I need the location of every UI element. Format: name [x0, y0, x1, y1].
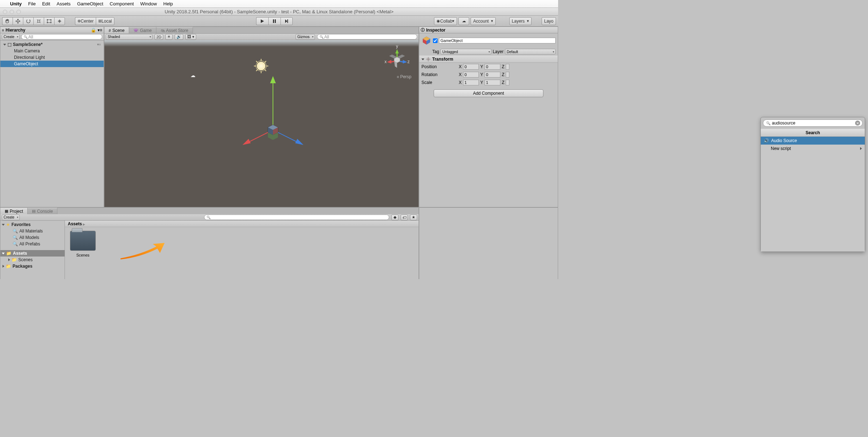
- step-button[interactable]: [280, 17, 293, 25]
- add-component-button[interactable]: Add Component: [434, 89, 543, 97]
- layer-label: Layer: [493, 49, 504, 54]
- account-dropdown[interactable]: Account ▾: [471, 17, 495, 25]
- svg-marker-23: [395, 49, 399, 53]
- pause-button[interactable]: [268, 17, 280, 25]
- fav-all-models[interactable]: 🔍 All Models: [0, 234, 65, 241]
- shading-mode-dropdown[interactable]: Shaded: [106, 34, 152, 40]
- position-y[interactable]: [485, 64, 500, 70]
- audio-toggle[interactable]: 🔊: [175, 34, 183, 40]
- camera-gizmo-icon: ☁: [190, 72, 195, 78]
- scale-x[interactable]: [463, 80, 479, 85]
- transform-icon: [426, 57, 431, 62]
- collab-dropdown[interactable]: ◉ Collab ▾: [434, 17, 457, 25]
- pivot-toggle[interactable]: ⊕ Center: [75, 17, 96, 25]
- folder-scenes[interactable]: Scenes: [69, 231, 97, 257]
- fav-all-prefabs[interactable]: 🔍 All Prefabs: [0, 241, 65, 247]
- main-toolbar: ⊕ Center ⊞ Local ◉ Collab ▾ ☁ Account ▾ …: [0, 16, 558, 27]
- rotation-x[interactable]: [463, 72, 479, 77]
- gizmos-dropdown[interactable]: Gizmos: [296, 34, 315, 40]
- cloud-button[interactable]: ☁: [458, 17, 469, 25]
- rotation-y[interactable]: [485, 72, 500, 77]
- gameobject-active-checkbox[interactable]: [433, 38, 438, 43]
- tag-dropdown[interactable]: Untagged: [440, 49, 491, 55]
- layer-dropdown[interactable]: Default: [505, 49, 556, 55]
- svg-point-3: [47, 19, 48, 20]
- play-button[interactable]: [256, 17, 268, 25]
- hierarchy-item-gameobject[interactable]: GameObject: [0, 61, 104, 67]
- tree-scenes[interactable]: 📁 Scenes: [0, 257, 65, 263]
- rotation-z[interactable]: [506, 72, 509, 77]
- scene-root[interactable]: ⬚ SampleScene*▾≡: [0, 41, 104, 48]
- rotate-tool[interactable]: [23, 17, 33, 25]
- menu-edit[interactable]: Edit: [42, 1, 50, 6]
- svg-point-0: [27, 19, 30, 23]
- svg-point-4: [51, 19, 52, 20]
- menu-help[interactable]: Help: [163, 1, 173, 6]
- tab-console[interactable]: ▤ Console: [28, 208, 57, 214]
- 2d-toggle[interactable]: 2D: [155, 34, 163, 40]
- close-window-button[interactable]: [3, 10, 7, 14]
- fx-toggle[interactable]: 🖼 ▾: [185, 34, 196, 40]
- app-menu[interactable]: Unity: [10, 1, 22, 6]
- tab-game[interactable]: 👾 Game: [129, 27, 156, 33]
- search-by-type-icon[interactable]: ◆: [391, 215, 398, 220]
- menu-component[interactable]: Component: [110, 1, 134, 6]
- search-by-label-icon[interactable]: 🏷: [401, 215, 408, 220]
- macos-menubar: Unity File Edit Assets GameObject Compon…: [0, 0, 558, 8]
- tag-label: Tag: [432, 49, 439, 54]
- hand-tool[interactable]: [2, 17, 13, 25]
- scene-view[interactable]: ☁ y x z ≡ Persp: [104, 40, 419, 207]
- inspector-tab[interactable]: ⓘ Inspector: [419, 27, 558, 33]
- projection-label[interactable]: ≡ Persp: [397, 74, 411, 79]
- svg-point-6: [51, 22, 52, 23]
- minimize-window-button[interactable]: [10, 10, 14, 14]
- transform-tool[interactable]: [54, 17, 65, 25]
- move-gizmo[interactable]: [237, 62, 309, 155]
- position-x[interactable]: [463, 64, 479, 70]
- svg-line-28: [400, 61, 404, 62]
- menu-assets[interactable]: Assets: [57, 1, 71, 6]
- inspector-lower-blank: [419, 207, 558, 279]
- hierarchy-item-light[interactable]: Directional Light: [0, 54, 104, 61]
- layout-dropdown[interactable]: Layo: [542, 17, 556, 25]
- svg-text:z: z: [407, 59, 410, 64]
- scale-tool[interactable]: [33, 17, 44, 25]
- hierarchy-tab[interactable]: ≡ Hierarchy🔒▾≡: [0, 27, 104, 33]
- fav-all-materials[interactable]: 🔍 All Materials: [0, 228, 65, 234]
- svg-rect-2: [47, 20, 51, 23]
- favorites-header[interactable]: ★ Favorites: [0, 221, 65, 228]
- transform-component-header[interactable]: Transform: [419, 56, 558, 63]
- lighting-toggle[interactable]: ☀: [165, 34, 173, 40]
- menu-window[interactable]: Window: [140, 1, 157, 6]
- svg-line-26: [391, 61, 394, 62]
- position-z[interactable]: [506, 64, 509, 70]
- menu-file[interactable]: File: [28, 1, 36, 6]
- hierarchy-create-dropdown[interactable]: Create: [2, 34, 20, 40]
- tree-packages[interactable]: 📁 Packages: [0, 263, 65, 269]
- move-tool[interactable]: [13, 17, 23, 25]
- annotation-arrow: [119, 242, 165, 260]
- window-title: Unity 2018.2.5f1 Personal (64bit) - Samp…: [0, 9, 558, 14]
- tab-asset-store[interactable]: 🛍 Asset Store: [156, 27, 193, 33]
- gameobject-name-field[interactable]: [439, 38, 556, 43]
- tab-project[interactable]: ▦ Project: [0, 208, 28, 214]
- project-create-dropdown[interactable]: Create: [2, 215, 20, 220]
- breadcrumb[interactable]: Assets ▶: [65, 221, 419, 227]
- scale-z[interactable]: [506, 80, 509, 85]
- hierarchy-item-camera[interactable]: Main Camera: [0, 48, 104, 54]
- scene-search[interactable]: All: [317, 34, 417, 39]
- assets-root[interactable]: 📁 Assets: [0, 250, 65, 257]
- svg-rect-10: [287, 19, 288, 23]
- zoom-window-button[interactable]: [16, 10, 21, 14]
- project-search[interactable]: [204, 215, 389, 220]
- tab-scene[interactable]: # Scene: [104, 27, 129, 33]
- rect-tool[interactable]: [44, 17, 54, 25]
- menu-gameobject[interactable]: GameObject: [77, 1, 103, 6]
- layers-dropdown[interactable]: Layers ▾: [509, 17, 532, 25]
- save-search-icon[interactable]: ★: [410, 215, 417, 220]
- handle-rotation-toggle[interactable]: ⊞ Local: [96, 17, 114, 25]
- scene-orientation-gizmo[interactable]: y x z: [383, 44, 411, 72]
- hierarchy-search[interactable]: All: [21, 34, 102, 39]
- window-titlebar: Unity 2018.2.5f1 Personal (64bit) - Samp…: [0, 8, 558, 16]
- scale-y[interactable]: [485, 80, 500, 85]
